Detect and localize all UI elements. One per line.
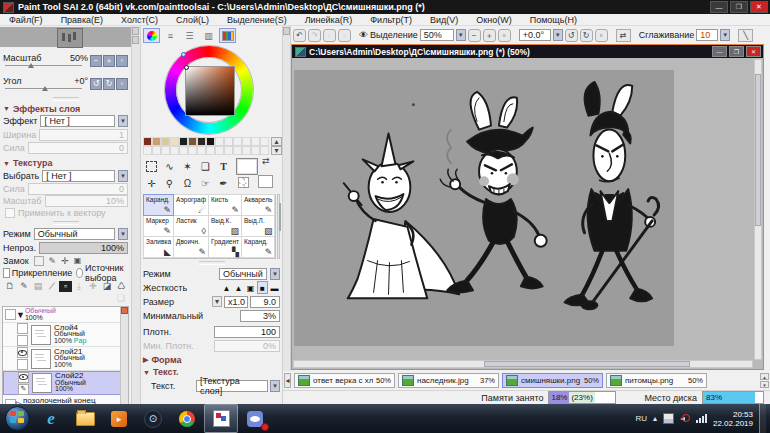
color-swatch[interactable] xyxy=(260,137,269,146)
tabs-scroll-left-icon[interactable]: ◂ xyxy=(284,373,291,388)
taskbar-clock[interactable]: 20:53 22.02.2019 xyxy=(713,410,753,428)
new-layer-icon[interactable]: 🗋 xyxy=(3,280,17,292)
density-slider[interactable]: 100 xyxy=(214,326,280,338)
paint-target-toggle[interactable]: ✎ xyxy=(18,384,29,395)
navigator-thumbnail[interactable] xyxy=(57,28,83,48)
menu-item-5[interactable]: Линейка(R) xyxy=(296,15,362,25)
menu-item-4[interactable]: Выделение(S) xyxy=(218,15,296,25)
brush-3[interactable]: Акварель✎ xyxy=(241,194,275,216)
taskbar-item-steam[interactable]: ⊙ xyxy=(136,404,170,433)
brush-scrollbar[interactable] xyxy=(277,194,280,259)
brush-0[interactable]: Каранд.✎ xyxy=(143,194,174,216)
history2-icon[interactable]: ▫ xyxy=(338,29,351,42)
brush-9[interactable]: Двоичн.✎ xyxy=(173,236,209,258)
taskbar-item-paint-tool-sai[interactable] xyxy=(204,404,238,433)
panel-gutter-right[interactable] xyxy=(282,26,291,404)
color-swatch[interactable] xyxy=(251,137,260,146)
taskbar-item-chrome[interactable] xyxy=(170,404,204,433)
delete-layer-icon[interactable]: ♺ xyxy=(114,280,128,292)
color-swatch[interactable] xyxy=(179,137,188,146)
angle-value-field[interactable]: +0.0° xyxy=(519,29,551,41)
canvas-image[interactable] xyxy=(294,70,674,346)
canvas-close-icon[interactable]: ✕ xyxy=(746,46,761,57)
color-swatch[interactable] xyxy=(170,137,179,146)
move-icon[interactable]: ✛ xyxy=(143,175,160,191)
history-icon[interactable]: ▫ xyxy=(323,29,336,42)
brush-texture-select[interactable]: [Текстура слоя] xyxy=(196,380,268,392)
color-swatch[interactable] xyxy=(197,146,206,155)
restore-button[interactable]: ❐ xyxy=(730,1,748,13)
vscroll-thumb[interactable] xyxy=(755,74,761,226)
transfer-down-icon[interactable]: ⤓ xyxy=(72,280,86,292)
divider[interactable] xyxy=(199,261,225,265)
zoom-value-field[interactable]: 50% xyxy=(420,29,454,41)
layer-thumbnail[interactable] xyxy=(31,325,51,345)
shape-icon[interactable]: ❑ xyxy=(197,158,214,174)
zoom-reset-view-icon[interactable]: ▫ xyxy=(498,29,511,42)
start-button[interactable] xyxy=(0,404,34,433)
mask-apply-icon[interactable]: ❏ xyxy=(114,292,128,304)
hardness-step-2[interactable]: ▣ xyxy=(245,281,256,294)
layer-row-Слой22[interactable]: ✎Слой22Обычный100% xyxy=(3,371,128,395)
mask-icon[interactable]: ▫ xyxy=(59,281,72,292)
lock-pencil-icon[interactable]: ✎ xyxy=(49,256,57,266)
layer-effects-header[interactable]: ▼ Эффекты слоя xyxy=(3,103,128,114)
paint-target-toggle[interactable] xyxy=(17,359,28,370)
canvas-vscrollbar[interactable] xyxy=(754,59,762,360)
clear-layer-icon[interactable]: ◪ xyxy=(100,280,114,292)
network-icon[interactable] xyxy=(696,414,707,423)
zoom-out-view-icon[interactable]: − xyxy=(468,29,481,42)
hand-icon[interactable]: ☞ xyxy=(197,175,214,191)
color-swatch[interactable] xyxy=(161,137,170,146)
texture-scale-field[interactable]: 10% xyxy=(45,195,128,207)
color-swatch[interactable] xyxy=(224,146,233,155)
tabs-down-icon[interactable]: ▾ xyxy=(760,381,769,388)
color-swatch[interactable] xyxy=(143,137,152,146)
texture-header[interactable]: ▼ Текстура xyxy=(3,157,128,169)
document-tab-1[interactable]: наследник.jpg37% xyxy=(398,373,499,388)
hue-marker[interactable] xyxy=(181,52,186,57)
menu-item-7[interactable]: Вид(V) xyxy=(421,15,467,25)
chevron-down-icon[interactable]: ▼ xyxy=(118,228,128,240)
menu-item-0[interactable]: Файл(F) xyxy=(0,15,52,25)
brush-mode-select[interactable]: Обычный xyxy=(219,268,267,280)
swatch-down-icon[interactable]: ▾ xyxy=(271,146,282,155)
menu-item-3[interactable]: Слой(L) xyxy=(167,15,218,25)
effect-width-field[interactable]: 1 xyxy=(39,129,128,141)
menu-item-9[interactable]: Помощь(H) xyxy=(521,15,586,25)
canvas-hscrollbar[interactable] xyxy=(293,360,753,368)
document-tab-3[interactable]: питомцы.png50% xyxy=(606,373,707,388)
visibility-toggle[interactable] xyxy=(17,347,28,358)
hardness-step-4[interactable]: ▬ xyxy=(269,281,280,294)
color-swatch[interactable] xyxy=(224,137,233,146)
merge-down-icon[interactable]: ✚ xyxy=(86,280,100,292)
min-size-field[interactable]: 3% xyxy=(240,310,280,322)
color-wheel-icon[interactable] xyxy=(143,28,160,43)
hardness-step-3[interactable]: ■ xyxy=(257,281,268,294)
menu-item-8[interactable]: Окно(W) xyxy=(467,15,520,25)
color-swatch[interactable] xyxy=(215,137,224,146)
effect-strength-field[interactable]: 0 xyxy=(28,142,128,154)
layer-thumbnail[interactable] xyxy=(32,373,52,393)
size-scale-field[interactable]: x1.0 xyxy=(224,296,248,308)
checkbox-icon[interactable] xyxy=(5,208,15,218)
canvas-title-bar[interactable]: C:\Users\Admin\Desktop\ДС\смишняшки.png … xyxy=(292,45,763,58)
zoom-reset-button[interactable]: ▫ xyxy=(116,55,128,67)
swatch-up-icon[interactable]: ▴ xyxy=(271,137,282,146)
stroke-stabilizer-icon[interactable]: ╲ xyxy=(738,29,753,42)
menu-item-6[interactable]: Фильтр(T) xyxy=(361,15,421,25)
zoom-in-view-icon[interactable]: ＋ xyxy=(483,29,496,42)
divider[interactable] xyxy=(53,221,79,225)
show-desktop-button[interactable] xyxy=(759,404,766,433)
canvas-minimize-icon[interactable]: — xyxy=(712,46,727,57)
color-swatch[interactable] xyxy=(206,146,215,155)
color-swatch[interactable] xyxy=(206,137,215,146)
canvas-maximize-icon[interactable]: ❐ xyxy=(729,46,744,57)
color-swatch[interactable] xyxy=(215,146,224,155)
taskbar-item-internet-explorer[interactable]: e xyxy=(34,404,68,433)
brush-5[interactable]: Ластик◊ xyxy=(173,215,209,237)
brush-2[interactable]: Кисть✎ xyxy=(208,194,242,216)
language-indicator[interactable]: RU xyxy=(635,414,647,423)
ruler-icon[interactable]: ⟋ xyxy=(45,280,59,292)
sv-marker[interactable] xyxy=(184,65,189,70)
